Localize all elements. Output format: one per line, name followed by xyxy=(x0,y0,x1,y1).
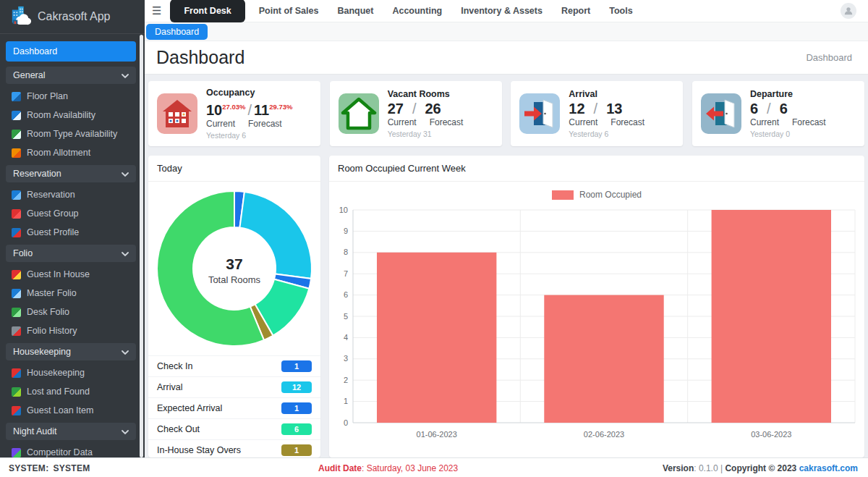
sidebar: Cakrasoft App DashboardGeneralFloor Plan… xyxy=(0,0,145,457)
sidebar-item-label: Master Folio xyxy=(27,288,77,298)
sidebar-menu: DashboardGeneralFloor PlanRoom Availabil… xyxy=(0,34,145,457)
nav-tab-point-of-sales[interactable]: Point of Sales xyxy=(250,6,328,16)
page-title: Dashboard xyxy=(156,47,244,68)
card-title: Occupancy xyxy=(206,88,292,98)
reservation-icon xyxy=(12,190,21,200)
card-values: 1027.03%/1129.73% xyxy=(206,98,292,119)
nav-tab-tools[interactable]: Tools xyxy=(600,6,642,16)
master-folio-icon xyxy=(12,289,21,298)
current-label: Current xyxy=(750,117,779,127)
room-allotment-icon xyxy=(12,148,21,158)
slash: / xyxy=(404,101,425,117)
svg-text:3: 3 xyxy=(344,354,348,363)
sidebar-section-folio[interactable]: Folio xyxy=(6,245,136,262)
sidebar-section-reservation[interactable]: Reservation xyxy=(6,165,136,182)
sidebar-item-housekeeping[interactable]: Housekeeping xyxy=(6,364,136,381)
nav-tab-banquet[interactable]: Banquet xyxy=(328,6,383,16)
sidebar-item-master-folio[interactable]: Master Folio xyxy=(6,284,136,302)
sidebar-item-competitor-data[interactable]: Competitor Data xyxy=(6,444,136,457)
card-values: 12/13 xyxy=(569,100,644,117)
card-occupancy: Occupancy1027.03%/1129.73%CurrentForecas… xyxy=(148,81,320,146)
sidebar-section-housekeeping[interactable]: Housekeeping xyxy=(6,343,136,360)
sidebar-item-dashboard[interactable]: Dashboard xyxy=(6,41,136,62)
nav-tab-inventory-assets[interactable]: Inventory & Assets xyxy=(451,6,552,16)
bar-chart-svg: 01234567891001-06-202302-06-202303-06-20… xyxy=(334,204,859,449)
sidebar-item-label: Folio History xyxy=(27,326,77,336)
vacant-rooms-icon xyxy=(339,93,379,134)
sidebar-section-label: General xyxy=(13,70,45,80)
sidebar-item-guest-profile[interactable]: Guest Profile xyxy=(6,224,136,241)
sidebar-item-room-availability[interactable]: Room Availability xyxy=(6,106,136,124)
sidebar-item-label: Room Allotment xyxy=(27,148,90,158)
svg-text:02-06-2023: 02-06-2023 xyxy=(584,430,624,439)
current-value: 27 xyxy=(388,101,404,117)
nav-tab-accounting[interactable]: Accounting xyxy=(383,6,451,16)
card-body: Departure6/6CurrentForecastYesterday 0 xyxy=(750,89,826,138)
card-values: 6/6 xyxy=(750,100,826,117)
cakrasoft-logo-icon xyxy=(9,5,31,28)
audit-date-label: Audit Date xyxy=(318,463,362,473)
sidebar-item-label: Guest Profile xyxy=(27,227,79,237)
card-title: Arrival xyxy=(569,89,644,99)
sidebar-section-general[interactable]: General xyxy=(6,67,136,84)
card-footnote: Yesterday 6 xyxy=(569,130,644,138)
today-panel-title: Today xyxy=(148,156,320,182)
svg-text:5: 5 xyxy=(344,312,348,321)
slash: / xyxy=(758,101,780,117)
nav-tab-report[interactable]: Report xyxy=(552,6,600,16)
sidebar-item-guest-group[interactable]: Guest Group xyxy=(6,205,136,222)
sidebar-item-label: Dashboard xyxy=(13,46,57,56)
sidebar-item-room-type-availability[interactable]: Room Type Availability xyxy=(6,125,136,143)
user-avatar[interactable] xyxy=(841,3,856,19)
forecast-pct: 29.73% xyxy=(269,103,292,111)
sidebar-item-folio-history[interactable]: Folio History xyxy=(6,322,136,339)
slash: / xyxy=(245,102,254,118)
sidebar-item-label: Competitor Data xyxy=(27,447,93,457)
bar-01-06-2023 xyxy=(377,253,496,423)
svg-text:1: 1 xyxy=(344,397,348,405)
sidebar-item-label: Guest Group xyxy=(27,208,79,219)
bar-chart-legend: Room Occupied xyxy=(329,190,864,200)
sidebar-item-guest-in-house[interactable]: Guest In House xyxy=(6,266,136,283)
today-legend-row-in-house-stay-overs: In-House Stay Overs1 xyxy=(148,439,320,457)
sidebar-item-reservation[interactable]: Reservation xyxy=(6,186,136,203)
today-legend-row-arrival: Arrival12 xyxy=(148,376,320,397)
sidebar-item-room-allotment[interactable]: Room Allotment xyxy=(6,144,136,161)
sidebar-item-lost-and-found[interactable]: Lost and Found xyxy=(6,383,136,400)
svg-text:2: 2 xyxy=(344,376,348,384)
cakrasoft-link[interactable]: cakrasoft.com xyxy=(799,463,858,473)
chevron-down-icon xyxy=(122,169,129,179)
sidebar-item-floor-plan[interactable]: Floor Plan xyxy=(6,88,136,105)
footer-divider: | xyxy=(720,463,723,473)
forecast-label: Forecast xyxy=(248,119,282,129)
nav-tab-front-desk[interactable]: Front Desk xyxy=(170,0,244,22)
sidebar-scrollbar[interactable] xyxy=(140,35,143,457)
sidebar-item-label: Room Type Availability xyxy=(27,129,117,139)
competitor-data-icon xyxy=(12,448,21,457)
current-label: Current xyxy=(388,117,417,127)
current-value: 12 xyxy=(569,101,584,117)
forecast-value: 6 xyxy=(780,101,788,117)
sidebar-section-label: Housekeeping xyxy=(13,347,71,357)
svg-text:03-06-2023: 03-06-2023 xyxy=(751,430,791,439)
sidebar-section-night-audit[interactable]: Night Audit xyxy=(6,423,136,440)
svg-text:9: 9 xyxy=(344,227,348,235)
hamburger-menu-icon[interactable]: ☰ xyxy=(145,4,170,17)
card-footnote: Yesterday 0 xyxy=(750,130,826,138)
sidebar-item-guest-loan-item[interactable]: Guest Loan Item xyxy=(6,402,136,419)
sidebar-item-desk-folio[interactable]: Desk Folio xyxy=(6,303,136,321)
version-label: Version xyxy=(663,463,694,473)
sidebar-section-label: Folio xyxy=(13,248,33,258)
open-tab-dashboard[interactable]: Dashboard xyxy=(146,24,208,40)
housekeeping-icon xyxy=(12,368,21,378)
slash: / xyxy=(585,101,607,117)
current-value: 6 xyxy=(750,101,758,117)
guest-loan-item-icon xyxy=(12,406,21,415)
lost-and-found-icon xyxy=(12,387,21,397)
page-title-bar: Dashboard Dashboard xyxy=(145,41,868,75)
topnav-tabs: Front DeskPoint of SalesBanquetAccountin… xyxy=(170,0,642,22)
arrival-icon xyxy=(519,93,560,134)
donut-chart-svg xyxy=(151,185,318,353)
guest-group-icon xyxy=(12,209,21,219)
legend-row-label: Arrival xyxy=(157,382,182,392)
